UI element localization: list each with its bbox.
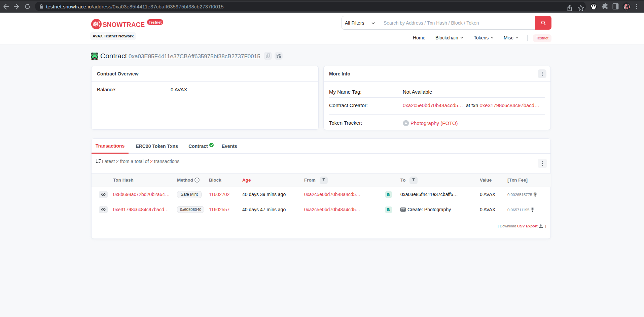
svg-text:$: $ (532, 208, 534, 211)
svg-text:$: $ (535, 192, 536, 195)
